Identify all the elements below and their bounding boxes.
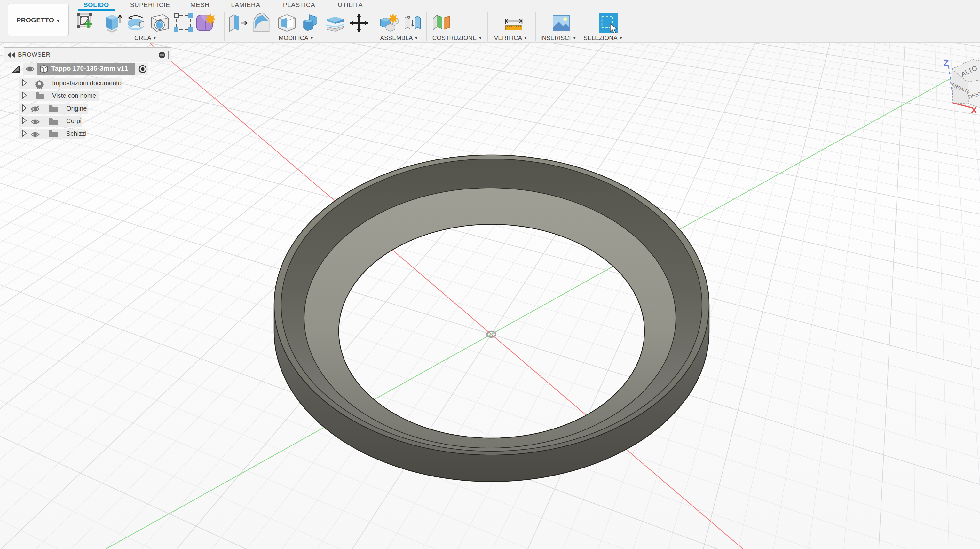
svg-text:Z: Z xyxy=(943,58,949,68)
svg-text:X: X xyxy=(971,105,977,115)
